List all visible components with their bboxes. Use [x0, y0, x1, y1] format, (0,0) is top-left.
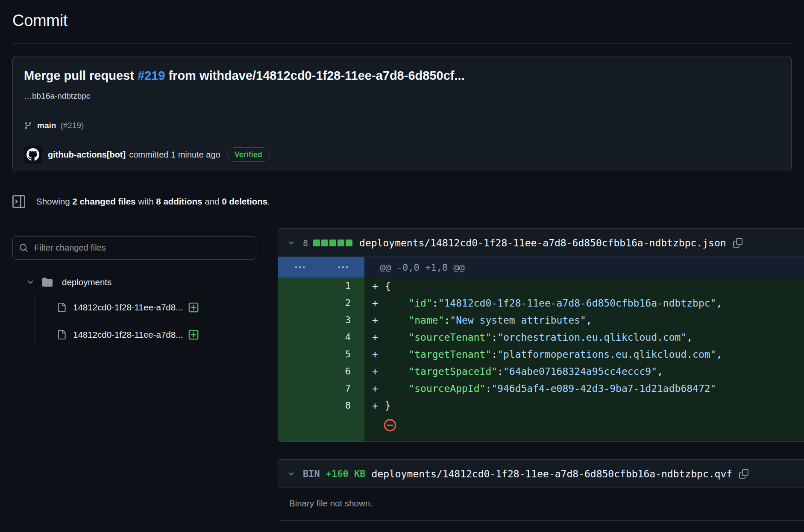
code-token: [385, 383, 408, 394]
diff-line-added: 6+ "targetSpaceId":"64abe07168324a95cc4e…: [278, 363, 804, 380]
chevron-down-icon[interactable]: [288, 239, 295, 247]
code-token: ,: [586, 315, 592, 326]
line-number[interactable]: 7: [278, 380, 364, 397]
expand-hunk-gutter[interactable]: [278, 257, 364, 278]
verified-badge[interactable]: Verified: [227, 147, 270, 162]
diff-filename-link[interactable]: deployments/14812cd0-1f28-11ee-a7d8-6d85…: [371, 468, 732, 479]
filter-field: [12, 236, 256, 260]
eof-content: [364, 414, 804, 441]
code-token: "id": [408, 298, 432, 309]
addition-marker: +: [372, 397, 385, 414]
text-segment: and: [202, 196, 222, 206]
file-name: 14812cd0-1f28-11ee-a7d8...: [73, 330, 183, 340]
tree-file-list: 14812cd0-1f28-11ee-a7d8...14812cd0-1f28-…: [12, 294, 256, 348]
copy-path-icon[interactable]: [733, 238, 742, 248]
line-number[interactable]: 5: [278, 346, 364, 363]
line-content: + "targetSpaceId":"64abe07168324a95cc4ec…: [364, 363, 804, 380]
pr-reference: (#219): [60, 121, 84, 130]
pr-number-link[interactable]: #219: [138, 69, 165, 82]
content-columns: deployments 14812cd0-1f28-11ee-a7d8...14…: [12, 228, 804, 521]
addition-marker: +: [372, 380, 385, 397]
hunk-header-text: @@ -0,0 +1,8 @@: [364, 257, 804, 278]
tree-file-item[interactable]: 14812cd0-1f28-11ee-a7d8...: [12, 321, 256, 348]
line-content: + "sourceTenant":"orchestration.eu.qlikc…: [364, 329, 804, 346]
commit-title: Merge pull request #219 from withdave/14…: [24, 67, 780, 84]
line-number[interactable]: 6: [278, 363, 364, 380]
summary-text: Showing 2 changed files with 8 additions…: [36, 196, 270, 207]
avatar[interactable]: [24, 146, 42, 164]
file-name: 14812cd0-1f28-11ee-a7d8...: [73, 302, 183, 313]
line-content: + "targetTenant":"platformoperations.eu.…: [364, 346, 804, 363]
binary-label: BIN: [303, 468, 320, 479]
text-segment: Showing: [36, 196, 72, 206]
code-token: "946d5af4-e089-42d3-9ba7-1d21adb68472": [491, 383, 716, 394]
code-token: "name": [408, 315, 444, 326]
changed-files-summary: Showing 2 changed files with 8 additions…: [12, 195, 792, 208]
addition-marker: +: [372, 329, 385, 346]
code-token: }: [385, 400, 391, 411]
addition-marker: +: [372, 295, 385, 312]
line-number[interactable]: 4: [278, 329, 364, 346]
filter-changed-files-input[interactable]: [12, 236, 256, 260]
tree-folder-deployments[interactable]: deployments: [12, 271, 256, 294]
end-of-file-row: [278, 414, 804, 441]
copy-path-icon[interactable]: [739, 469, 748, 479]
diff-filename-link[interactable]: deployments/14812cd0-1f28-11ee-a7d8-6d85…: [359, 237, 726, 248]
text-segment: Merge pull request: [24, 69, 138, 82]
file-icon: [57, 330, 66, 339]
line-number[interactable]: 1: [278, 278, 364, 295]
diff-added-icon: [188, 329, 199, 340]
folder-label: deployments: [62, 277, 112, 287]
diff-line-added: 3+ "name":"New system attributes",: [278, 312, 804, 329]
diff-header-json: 8 deployments/14812cd0-1f28-11ee-a7d8-6d…: [278, 229, 804, 257]
diff-line-added: 1+{: [278, 278, 804, 295]
additions-count: 8: [303, 238, 308, 248]
diffstat-block-green: [313, 240, 320, 246]
text-segment: 2 changed files: [72, 196, 135, 206]
addition-marker: +: [372, 278, 385, 295]
committer-row: github-actions[bot] committed 1 minute a…: [13, 138, 791, 171]
line-content: +{: [364, 278, 804, 295]
code-token: [385, 349, 408, 360]
code-token: :: [491, 349, 497, 360]
collapse-sidebar-icon[interactable]: [12, 195, 25, 208]
line-number[interactable]: 2: [278, 295, 364, 312]
addition-marker: +: [372, 363, 385, 380]
branch-row: main (#219): [13, 113, 791, 138]
file-tree: deployments 14812cd0-1f28-11ee-a7d8...14…: [12, 271, 256, 348]
text-segment: with: [135, 196, 156, 206]
line-number[interactable]: 8: [278, 397, 364, 414]
diff-line-added: 7+ "sourceAppId":"946d5af4-e089-42d3-9ba…: [278, 380, 804, 397]
code-token: "targetSpaceId": [408, 366, 497, 377]
text-segment: 0 deletions: [222, 196, 267, 206]
file-tree-sidebar: deployments 14812cd0-1f28-11ee-a7d8...14…: [12, 228, 256, 348]
diffstat-block-green: [329, 240, 336, 246]
title-divider: [12, 44, 792, 44]
code-token: :: [432, 298, 438, 309]
commit-description: …bb16a-ndbtzbpc: [24, 91, 780, 102]
code-token: ,: [716, 349, 722, 360]
line-content: +}: [364, 397, 804, 414]
commit-action-text: committed 1 minute ago: [129, 150, 220, 160]
diff-line-added: 8+}: [278, 397, 804, 414]
author-link[interactable]: github-actions[bot]: [48, 150, 126, 160]
addition-marker: +: [372, 346, 385, 363]
hunk-header-row: @@ -0,0 +1,8 @@: [278, 257, 804, 278]
diffstat-block-green: [321, 240, 328, 246]
binary-size-change: +160 KB: [326, 468, 366, 479]
code-token: ,: [716, 298, 722, 309]
line-content: + "id":"14812cd0-1f28-11ee-a7d8-6d850cfb…: [364, 295, 804, 312]
chevron-down-icon: [26, 278, 35, 286]
code-token: [385, 315, 408, 326]
commit-message: Merge pull request #219 from withdave/14…: [13, 56, 791, 113]
branch-link[interactable]: main: [37, 121, 56, 130]
commit-page: Commit Merge pull request #219 from with…: [0, 0, 804, 521]
diffstat-block-green: [337, 240, 344, 246]
code-token: "sourceTenant": [408, 332, 491, 343]
line-content: + "sourceAppId":"946d5af4-e089-42d3-9ba7…: [364, 380, 804, 397]
diff-panels: 8 deployments/14812cd0-1f28-11ee-a7d8-6d…: [278, 228, 804, 521]
tree-file-item[interactable]: 14812cd0-1f28-11ee-a7d8...: [12, 294, 256, 321]
chevron-down-icon[interactable]: [288, 470, 295, 478]
line-number[interactable]: 3: [278, 312, 364, 329]
diff-header-binary: BIN +160 KB deployments/14812cd0-1f28-11…: [278, 460, 804, 488]
